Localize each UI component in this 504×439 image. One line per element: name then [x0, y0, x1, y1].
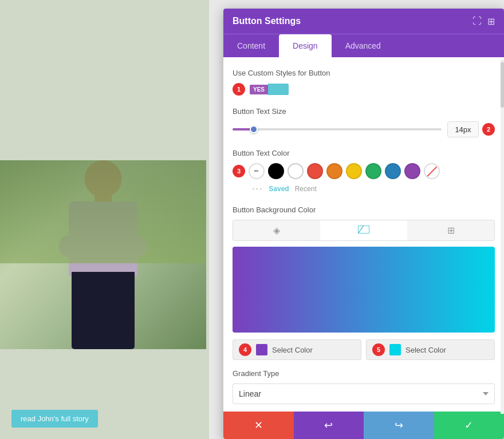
- text-size-label: Button Text Size: [233, 107, 495, 116]
- text-size-slider-row: 2: [233, 121, 495, 137]
- svg-rect-0: [358, 226, 369, 234]
- color-red[interactable]: [307, 163, 323, 179]
- story-button[interactable]: read John's full story: [11, 410, 98, 428]
- panel-content: Use Custom Styles for Button 1 YES Butto…: [223, 57, 504, 412]
- gradient-type-select[interactable]: Linear Radial: [233, 383, 495, 404]
- scroll-thumb: [501, 62, 504, 108]
- more-colors-icon[interactable]: ···: [252, 184, 263, 194]
- confirm-icon: ✓: [464, 419, 473, 432]
- tab-design[interactable]: Design: [279, 34, 332, 57]
- color-selector-2[interactable]: 5 Select Color: [366, 339, 495, 360]
- badge-5: 5: [372, 343, 385, 356]
- eyedropper-icon: ✒: [254, 167, 259, 175]
- settings-panel: Button Settings ⛶ ⊞ Content Design Advan…: [223, 9, 504, 439]
- left-panel: read John's full story: [0, 0, 209, 439]
- color-blue[interactable]: [385, 163, 401, 179]
- bg-tab-solid[interactable]: ◈: [233, 220, 320, 240]
- badge-1: 1: [233, 83, 245, 96]
- tabs-bar: Content Design Advanced: [223, 34, 504, 57]
- text-size-thumb[interactable]: [250, 125, 258, 133]
- text-color-row: 3 ✒: [233, 163, 495, 179]
- panel-footer: ✕ ↩ ↪ ✓: [223, 412, 504, 439]
- color-selector-1[interactable]: 4 Select Color: [233, 339, 361, 360]
- select-color-2-label: Select Color: [405, 346, 446, 354]
- solid-icon: ◈: [273, 225, 280, 236]
- svg-line-1: [358, 226, 364, 234]
- cancel-icon: ✕: [254, 419, 263, 432]
- undo-button[interactable]: ↩: [294, 412, 364, 439]
- recent-label[interactable]: Recent: [295, 185, 317, 193]
- badge-4: 4: [239, 343, 251, 356]
- redo-icon: ↪: [395, 419, 403, 432]
- color-strikethrough[interactable]: [424, 163, 440, 179]
- redo-button[interactable]: ↪: [364, 412, 434, 439]
- color-green[interactable]: [365, 163, 381, 179]
- panel-header: Button Settings ⛶ ⊞: [223, 9, 504, 34]
- fullscreen-icon[interactable]: ⛶: [472, 16, 482, 27]
- badge-3: 3: [233, 165, 245, 177]
- custom-styles-row: 1 YES: [233, 83, 495, 96]
- badge-2: 2: [482, 123, 495, 136]
- saved-label[interactable]: Saved: [269, 185, 289, 193]
- undo-icon: ↩: [324, 419, 333, 432]
- text-size-section: Button Text Size 2: [233, 107, 495, 137]
- tab-content[interactable]: Content: [223, 34, 279, 57]
- color-2-swatch: [389, 344, 401, 355]
- toggle-wrapper[interactable]: YES: [250, 84, 289, 95]
- tab-advanced[interactable]: Advanced: [332, 34, 395, 57]
- cancel-button[interactable]: ✕: [223, 412, 294, 439]
- gradient-preview[interactable]: [233, 247, 495, 333]
- image-icon: ⊞: [447, 225, 455, 236]
- panel-title: Button Settings: [233, 16, 301, 26]
- bg-color-section: Button Background Color ◈ ⊞: [233, 205, 495, 360]
- color-orange[interactable]: [326, 163, 342, 179]
- custom-styles-label: Use Custom Styles for Button: [233, 69, 495, 77]
- text-color-label: Button Text Color: [233, 149, 495, 157]
- text-color-section: Button Text Color 3 ✒ ··· Saved Recent: [233, 149, 495, 194]
- header-icons: ⛶ ⊞: [472, 16, 495, 27]
- bg-tab-gradient[interactable]: [320, 220, 407, 240]
- photo-container: [0, 160, 206, 349]
- bg-tabs: ◈ ⊞: [233, 220, 495, 241]
- color-selectors-row: 4 Select Color 5 Select Color: [233, 339, 495, 360]
- color-black[interactable]: [268, 163, 284, 179]
- columns-icon[interactable]: ⊞: [487, 16, 495, 27]
- color-white[interactable]: [288, 163, 304, 179]
- gradient-type-label: Gradient Type: [233, 369, 495, 378]
- toggle-yes-label: YES: [250, 85, 268, 94]
- saved-recent-area: ··· Saved Recent: [252, 184, 495, 194]
- confirm-button[interactable]: ✓: [434, 412, 505, 439]
- gradient-type-section: Gradient Type Linear Radial: [233, 369, 495, 404]
- scroll-indicator[interactable]: [501, 59, 504, 414]
- text-size-value-box: 2: [447, 121, 495, 137]
- color-yellow[interactable]: [346, 163, 362, 179]
- select-color-1-label: Select Color: [272, 346, 313, 354]
- color-1-swatch: [256, 344, 267, 355]
- toggle-box[interactable]: [268, 84, 289, 95]
- gradient-icon: [358, 226, 369, 236]
- bg-color-label: Button Background Color: [233, 205, 495, 214]
- color-purple[interactable]: [404, 163, 420, 179]
- text-size-track[interactable]: [233, 128, 442, 130]
- bg-tab-image[interactable]: ⊞: [407, 220, 494, 240]
- text-size-input[interactable]: [447, 121, 479, 137]
- color-eyedropper[interactable]: ✒: [249, 163, 265, 179]
